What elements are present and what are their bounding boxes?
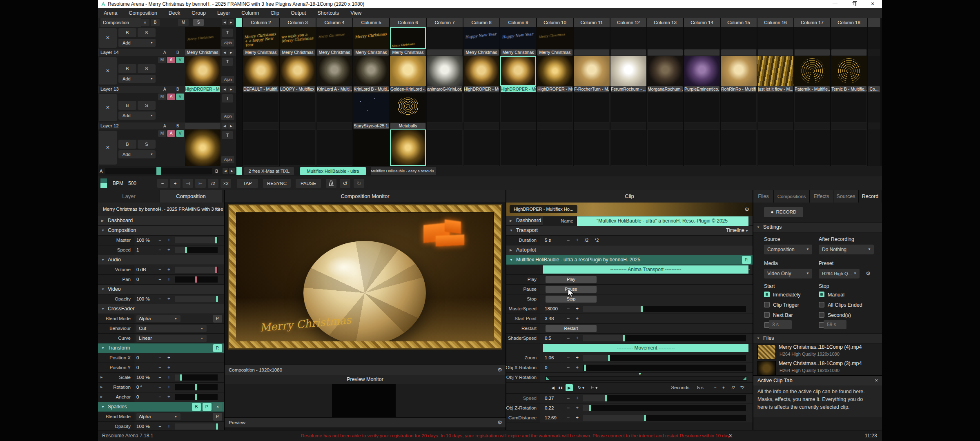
increment-icon[interactable]: + xyxy=(167,236,170,245)
clip-slider[interactable] xyxy=(583,365,746,371)
comp-slider[interactable] xyxy=(175,374,218,381)
clip-value[interactable]: 12.69 xyxy=(545,413,557,422)
increment-icon[interactable]: + xyxy=(167,265,170,274)
gear-icon[interactable]: ⚙ xyxy=(744,203,749,216)
clip-cell[interactable] xyxy=(427,56,463,86)
clip-thumb[interactable] xyxy=(427,56,463,86)
clip-label[interactable]: Metaballs xyxy=(390,123,425,129)
slider-handle[interactable] xyxy=(216,423,218,430)
layer-solo-button[interactable]: S xyxy=(138,140,156,149)
clip-label-cell[interactable]: MorganaRochum ... xyxy=(647,86,684,93)
column-header-column-15[interactable]: Column 15 xyxy=(721,18,757,27)
clip-value[interactable]: 0.37 xyxy=(545,394,554,403)
clip-duration-value[interactable]: 5 s xyxy=(695,384,706,391)
decrement-icon[interactable]: − xyxy=(158,275,161,284)
clip-label-cell[interactable]: KrinLord B - Multi... xyxy=(353,86,390,93)
clip-thumb[interactable] xyxy=(574,93,610,122)
clip-label-cell[interactable]: Merry Christmas xyxy=(390,49,427,56)
clip-label-cell[interactable] xyxy=(427,122,463,129)
clip-label-cell[interactable] xyxy=(721,122,757,129)
deck-tab-multiflex-holibauble[interactable]: Multiflex HoliBauble - easy a resoPlu... xyxy=(371,167,436,175)
clip-label[interactable] xyxy=(574,49,609,56)
clip-cell[interactable] xyxy=(757,56,794,86)
clip-label[interactable]: PurpleEminentico... xyxy=(684,86,719,92)
clip-thumb[interactable] xyxy=(757,27,793,49)
clip-minus[interactable]: − xyxy=(713,384,718,391)
prev-clip-icon[interactable]: ◀ xyxy=(222,123,227,129)
clip-thumb[interactable] xyxy=(316,129,352,166)
clip-label-cell[interactable]: HighDROPER - Mu... xyxy=(500,86,537,93)
clip-timeline-bar[interactable]: ▼ xyxy=(546,376,747,381)
clip-cell[interactable] xyxy=(243,129,280,166)
increment-icon[interactable]: + xyxy=(167,294,170,303)
chevron-down-icon[interactable]: ▼ xyxy=(101,343,105,353)
clip-label-cell[interactable]: KrinLord A - Multi... xyxy=(316,86,353,93)
layer-blend-mode-button[interactable]: Alph xyxy=(221,113,234,120)
clip-2-row[interactable]: >>> 2 ------------------ Movement ------… xyxy=(506,343,753,353)
clip-label[interactable] xyxy=(648,49,683,56)
layer-add-dropdown[interactable]: Add▼ xyxy=(118,75,156,83)
layer-clear-button[interactable]: × xyxy=(99,57,117,85)
clip-value[interactable]: 18000 xyxy=(545,304,558,313)
clip-label[interactable]: DEFAULT - Multifl... xyxy=(243,86,278,92)
layer-bypass-button[interactable]: B xyxy=(118,64,136,73)
prev-clip-icon[interactable]: ◀ xyxy=(222,86,227,92)
clip-cell[interactable] xyxy=(794,93,831,122)
chevron-down-icon[interactable]: ▼ xyxy=(101,226,105,235)
clip-label-cell[interactable]: Merry Christmas xyxy=(243,49,280,56)
clip-thumb[interactable] xyxy=(500,93,536,122)
clip-label-cell[interactable]: HighDROPER - Mu... xyxy=(463,86,500,93)
layer-blend-mode-button[interactable]: Alph xyxy=(221,39,234,47)
clip-thumb[interactable] xyxy=(831,129,867,166)
decrement-icon[interactable]: − xyxy=(567,304,570,313)
clip-thumb[interactable] xyxy=(684,56,720,86)
clip-value[interactable]: 5 s xyxy=(545,236,551,245)
clip-cell[interactable] xyxy=(574,27,610,49)
resync-button[interactable]: RESYNC xyxy=(263,179,291,188)
comp-behaviour-row[interactable]: BehaviourCut▼ xyxy=(98,324,224,334)
clip-thumb[interactable] xyxy=(243,56,279,86)
tab-composition[interactable]: Composition xyxy=(160,190,222,203)
clip-restart-row[interactable]: RestartRestart xyxy=(506,324,753,334)
clip-value[interactable]: 3.48 xyxy=(545,314,554,323)
decrement-icon[interactable]: − xyxy=(567,413,570,422)
clip-cell[interactable] xyxy=(684,129,721,166)
clip-cell[interactable] xyxy=(831,27,868,49)
clip-label-cell[interactable] xyxy=(831,122,868,129)
layer-audio-button[interactable]: A xyxy=(167,130,175,137)
clip-label-cell[interactable]: F-RocherTurn - M... xyxy=(574,86,610,93)
layer-clear-button[interactable]: × xyxy=(99,28,117,48)
clip-label[interactable]: RohRinRo - Multifl... xyxy=(721,86,756,92)
clip-cell[interactable] xyxy=(647,129,684,166)
column-header-column-18[interactable]: Column 18 xyxy=(831,18,868,27)
layer-a-tag[interactable]: A xyxy=(163,86,166,93)
clip-label[interactable]: HighDROPER - Mu... xyxy=(537,86,572,92)
increment-icon[interactable]: + xyxy=(576,413,579,422)
clip-thumb[interactable] xyxy=(831,93,867,122)
layer-transition-time-button[interactable]: T xyxy=(222,131,233,139)
clip-thumb[interactable] xyxy=(463,56,499,86)
clip-label-cell[interactable] xyxy=(243,122,280,129)
timeline-end-handle[interactable] xyxy=(743,376,746,380)
comp-p-button[interactable]: P. xyxy=(213,344,222,352)
clip-multiflex-holibauble-ultra-a-resoplugin-by-bennoh-2025-row[interactable]: ▼Multiflex HoliBauble - ultra a resoPlug… xyxy=(506,255,753,265)
clip-cell[interactable] xyxy=(500,129,537,166)
clip-thumb[interactable] xyxy=(574,129,610,166)
clip-label-cell[interactable] xyxy=(316,122,353,129)
increment-icon[interactable]: + xyxy=(167,275,170,284)
clip-cell[interactable] xyxy=(721,27,757,49)
next-clip-icon[interactable]: ▶ xyxy=(228,86,234,92)
gear-icon[interactable]: ⚙ xyxy=(866,269,871,278)
clip-cell[interactable] xyxy=(463,93,500,122)
tab-effects[interactable]: Effects xyxy=(810,190,833,203)
clip-thumb[interactable] xyxy=(243,93,279,122)
clip-label-cell[interactable] xyxy=(647,49,684,56)
composition-master-button[interactable]: M xyxy=(178,19,189,26)
comp-slider[interactable] xyxy=(175,296,218,302)
slider-handle[interactable] xyxy=(180,374,182,381)
clip-cell[interactable] xyxy=(500,56,537,86)
clip-thumb[interactable]: Merry Christmas xyxy=(537,27,573,49)
clip-cell[interactable]: we wish you a Merry Christmas xyxy=(280,27,316,49)
comp-dashboard-row[interactable]: ▶Dashboard xyxy=(98,216,224,226)
stop-seconds-field[interactable]: 59 s xyxy=(824,320,846,329)
